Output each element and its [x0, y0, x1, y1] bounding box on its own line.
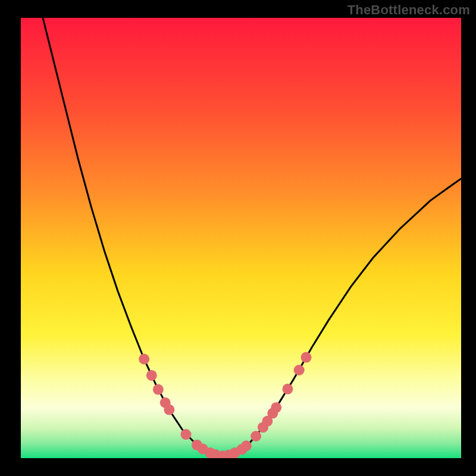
highlight-dot [282, 384, 293, 394]
highlight-dot [301, 352, 312, 363]
highlight-dot [153, 384, 164, 395]
plot-background [21, 18, 461, 458]
highlight-dot [250, 431, 261, 441]
highlight-dot [181, 429, 192, 440]
highlight-dot [241, 440, 252, 451]
highlight-dot [146, 370, 157, 381]
highlight-dot [294, 365, 305, 375]
chart-frame: TheBottleneck.com [0, 0, 476, 476]
highlight-dot [271, 402, 281, 413]
watermark-text: TheBottleneck.com [347, 2, 470, 18]
highlight-dot [164, 405, 174, 415]
bottleneck-chart [0, 0, 476, 476]
highlight-dot [139, 354, 149, 365]
